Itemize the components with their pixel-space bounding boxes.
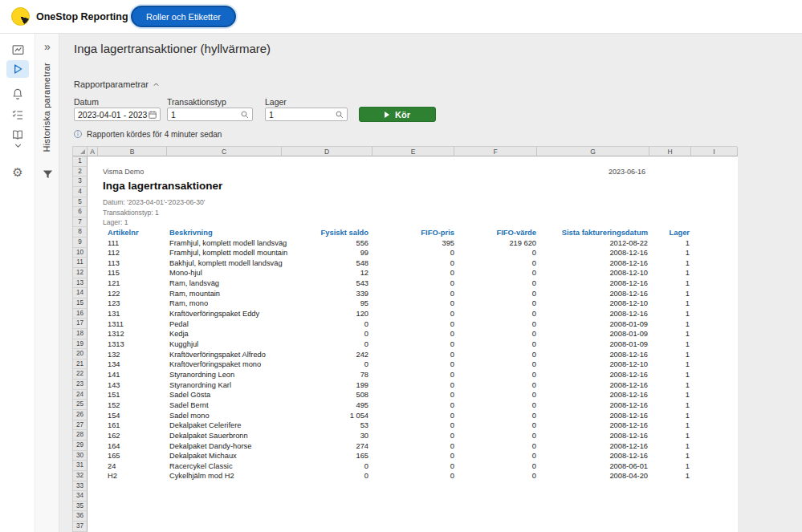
row-header[interactable]: 21 <box>73 359 88 370</box>
cell-sista-faktureringsdatum[interactable]: 2008-12-10 <box>536 299 648 307</box>
row-header[interactable]: 29 <box>73 441 88 451</box>
cell-lager[interactable]: 1 <box>648 279 690 287</box>
cell-fysiskt-saldo[interactable]: 495 <box>288 401 368 409</box>
cell-fifo-varde[interactable]: 0 <box>454 381 536 389</box>
header-beskrivning[interactable]: Beskrivning <box>169 228 288 237</box>
cell-fifo-varde[interactable]: 0 <box>454 472 536 480</box>
cell-fysiskt-saldo[interactable]: 0 <box>288 340 368 348</box>
cell-lager[interactable]: 1 <box>648 371 690 379</box>
cell-beskrivning[interactable]: Ram, landsväg <box>169 279 288 287</box>
cell-fifo-pris[interactable]: 0 <box>368 351 454 359</box>
cell-lager[interactable]: 1 <box>648 299 690 307</box>
cell-beskrivning[interactable]: Sadel Gösta <box>169 391 288 399</box>
row-header[interactable]: 18 <box>73 329 88 339</box>
cell-fifo-varde[interactable]: 0 <box>454 279 536 287</box>
cell-beskrivning[interactable]: Kraftöverföringspaket Alfredo <box>169 351 288 359</box>
cell-lager[interactable]: 1 <box>648 442 690 450</box>
cell-lager[interactable]: 1 <box>648 360 690 368</box>
cell-sista-faktureringsdatum[interactable]: 2008-12-16 <box>536 421 648 429</box>
cell-fifo-pris[interactable]: 0 <box>368 249 454 257</box>
cell-sista-faktureringsdatum[interactable]: 2008-12-10 <box>536 269 648 277</box>
cell-fifo-varde[interactable]: 0 <box>454 360 536 368</box>
cell-sista-faktureringsdatum[interactable]: 2008-12-16 <box>536 249 648 257</box>
cell-sista-faktureringsdatum[interactable]: 2012-08-22 <box>536 239 648 247</box>
row-header[interactable]: 15 <box>73 298 88 309</box>
cell-warehouse[interactable]: Lager: 1 <box>103 218 128 226</box>
row-header[interactable]: 19 <box>73 339 88 350</box>
cell-fysiskt-saldo[interactable]: 165 <box>288 452 368 460</box>
cell-sista-faktureringsdatum[interactable]: 2008-01-09 <box>536 340 648 348</box>
cell-beskrivning[interactable]: Kedja <box>169 330 288 338</box>
row-header[interactable]: 22 <box>73 369 88 380</box>
cell-fifo-pris[interactable]: 0 <box>368 290 454 298</box>
cell-lager[interactable]: 1 <box>648 391 690 399</box>
cell-sista-faktureringsdatum[interactable]: 2008-12-16 <box>536 279 648 287</box>
cell-fysiskt-saldo[interactable]: 0 <box>288 330 368 338</box>
cell-beskrivning[interactable]: Bakhjul, komplett modell landsväg <box>169 259 288 267</box>
row-header[interactable]: 34 <box>73 491 88 502</box>
cell-sista-faktureringsdatum[interactable]: 2008-12-16 <box>536 401 648 409</box>
cell-fifo-varde[interactable]: 0 <box>454 269 536 277</box>
row-header[interactable]: 3 <box>73 177 88 187</box>
row-header[interactable]: 5 <box>73 197 88 208</box>
cell-fifo-pris[interactable]: 0 <box>368 371 454 379</box>
sidebar-item-settings[interactable]: ⚙ <box>6 163 29 181</box>
cell-beskrivning[interactable]: Mono-hjul <box>169 269 288 277</box>
cell-sista-faktureringsdatum[interactable]: 2008-12-16 <box>536 290 648 298</box>
lager-input[interactable] <box>269 110 335 120</box>
row-header[interactable]: 11 <box>73 258 88 268</box>
row-header[interactable]: 31 <box>73 461 88 471</box>
cell-beskrivning[interactable]: Ram, mountain <box>169 290 288 298</box>
cell-beskrivning[interactable]: Dekalpaket Sauerbronn <box>169 432 288 440</box>
cell-fysiskt-saldo[interactable]: 12 <box>288 269 368 277</box>
transaktionstyp-field[interactable] <box>167 108 253 121</box>
cell-beskrivning[interactable]: Framhjul, komplett modell landsväg <box>169 239 288 247</box>
cell-artikelnr[interactable]: 164 <box>108 442 169 450</box>
row-header[interactable]: 33 <box>73 481 88 492</box>
cell-fysiskt-saldo[interactable]: 120 <box>288 310 368 318</box>
cell-fifo-varde[interactable]: 0 <box>454 351 536 359</box>
row-header[interactable]: 32 <box>73 471 88 481</box>
cell-fysiskt-saldo[interactable]: 242 <box>288 351 368 359</box>
cell-fifo-pris[interactable]: 0 <box>368 279 454 287</box>
cell-sista-faktureringsdatum[interactable]: 2008-12-10 <box>536 360 648 368</box>
row-header[interactable]: 16 <box>73 309 88 319</box>
cell-sista-faktureringsdatum[interactable]: 2008-01-09 <box>536 330 648 338</box>
sidebar-item-tasks[interactable] <box>6 106 29 124</box>
search-icon[interactable] <box>335 110 344 120</box>
cell-beskrivning[interactable]: Sadel Bernt <box>169 401 288 409</box>
cell-fysiskt-saldo[interactable]: 556 <box>288 239 368 247</box>
row-header[interactable]: 8 <box>73 227 88 238</box>
cell-fysiskt-saldo[interactable]: 0 <box>288 472 368 480</box>
row-header[interactable]: 36 <box>73 511 88 522</box>
cell-lager[interactable]: 1 <box>648 351 690 359</box>
sidebar-item-notifications[interactable] <box>6 85 29 103</box>
cell-artikelnr[interactable]: 132 <box>108 351 169 359</box>
cell-beskrivning[interactable]: Styranordning Karl <box>169 381 288 389</box>
cell-fifo-pris[interactable]: 0 <box>368 320 454 328</box>
cell-lager[interactable]: 1 <box>648 330 690 338</box>
cell-transaction-type[interactable]: Transaktionstyp: 1 <box>103 209 159 217</box>
column-header[interactable]: H <box>649 147 691 156</box>
cell-artikelnr[interactable]: 1312 <box>108 330 169 338</box>
cell-beskrivning[interactable]: Dekalpaket Michaux <box>169 452 288 460</box>
cell-artikelnr[interactable]: 1311 <box>108 320 169 328</box>
cell-fysiskt-saldo[interactable]: 99 <box>288 249 368 257</box>
header-artikelnr[interactable]: Artikelnr <box>108 228 169 237</box>
report-parameters-toggle[interactable]: Rapportparametrar <box>74 79 160 89</box>
roles-labels-button[interactable]: Roller och Etiketter <box>131 6 236 27</box>
cell-beskrivning[interactable]: Sadel mono <box>169 412 288 420</box>
cell-sista-faktureringsdatum[interactable]: 2008-12-16 <box>536 351 648 359</box>
cell-report-date[interactable]: 2023-06-16 <box>609 168 645 176</box>
calendar-icon[interactable] <box>148 110 157 120</box>
cell-beskrivning[interactable]: Dekalpaket Celerifere <box>169 421 288 429</box>
cell-fysiskt-saldo[interactable]: 339 <box>288 290 368 298</box>
row-header[interactable]: 24 <box>73 390 88 400</box>
cell-fifo-varde[interactable]: 0 <box>454 320 536 328</box>
cell-fifo-varde[interactable]: 0 <box>454 452 536 460</box>
cell-beskrivning[interactable]: Styranordning Leon <box>169 371 288 379</box>
cell-beskrivning[interactable]: Kraftöverföringspaket mono <box>169 360 288 368</box>
cell-fifo-pris[interactable]: 0 <box>368 432 454 440</box>
cell-fifo-varde[interactable]: 0 <box>454 432 536 440</box>
cell-fifo-varde[interactable]: 0 <box>454 310 536 318</box>
